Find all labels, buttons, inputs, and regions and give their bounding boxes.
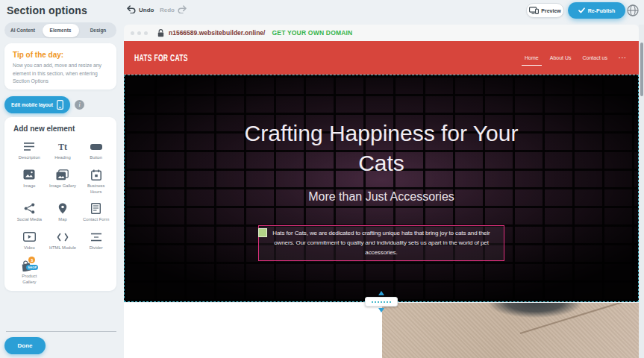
element-label: Video [24,245,35,251]
lock-icon [157,29,164,37]
page-title: Section options [7,4,87,16]
check-icon [578,7,585,14]
element-label: Heading [54,155,71,161]
nav-item-home[interactable]: Home [525,55,539,60]
language-globe-icon[interactable] [627,4,639,16]
undo-button[interactable]: Undo [127,5,154,15]
hero-subheading[interactable]: More than Just Accessories [125,190,638,204]
scrollbar-thumb[interactable] [640,43,643,96]
nav-item-about-us[interactable]: About Us [550,55,572,60]
add-new-element-panel: Add new element Description Tt Heading B… [4,117,116,291]
element-label: Image Gallery [49,183,76,189]
element-label: Description [19,155,40,161]
tip-of-the-day-card: Tip of the day: Now you can add, move an… [4,43,116,90]
shop-badge: SHOP [26,265,38,270]
element-label: HTML Module [49,245,76,251]
preview-button[interactable]: Preview [526,3,564,18]
add-element-image-gallery[interactable]: Image Gallery [47,169,79,195]
add-element-contact-form[interactable]: Contact Form [80,202,112,223]
divider-icon [90,230,102,243]
html-module-icon [57,230,69,243]
devices-icon [529,7,539,15]
map-pin-icon [58,202,67,215]
redo-label: Redo [160,7,175,13]
element-label: Button [90,155,102,161]
add-element-description[interactable]: Description [13,140,46,161]
pavement-crack [520,303,639,333]
element-label: Product Gallery [15,274,43,286]
drag-handle[interactable] [258,228,267,237]
section-resize-handle[interactable] [365,297,398,307]
add-element-button[interactable]: Button [80,140,112,161]
add-element-html-module[interactable]: HTML Module [47,230,79,251]
contact-form-icon [91,202,101,215]
browser-dot [144,31,148,35]
add-element-map[interactable]: Map [47,202,79,223]
element-label: Business Hours [82,183,110,195]
add-element-business-hours[interactable]: Business Hours [80,169,112,195]
edit-mobile-layout-button[interactable]: Edit mobile layout [4,96,70,113]
hero-heading[interactable]: Crafting Happiness for Your Cats [243,119,519,178]
tab-ai-content[interactable]: AI Content [4,22,41,38]
edit-mobile-label: Edit mobile layout [11,102,53,107]
element-label: Map [58,217,66,223]
browser-bar: n1566589.websitebuilder.online/ GET YOUR… [124,25,639,41]
browser-dot [131,31,134,35]
add-element-social-media[interactable]: Social Media [13,202,46,223]
redo-icon [178,5,187,15]
next-section-background [124,303,382,358]
element-label: Divider [90,245,103,251]
website-builder-app: Section options Undo Redo Preview Re-Pub… [0,0,644,358]
description-icon [23,140,35,153]
browser-dot [137,31,141,35]
info-icon[interactable]: i [75,100,84,110]
sidebar-divider [6,331,116,332]
next-section-image [382,303,639,358]
add-element-title: Add new element [13,125,112,133]
hero-section[interactable]: Crafting Happiness for Your Cats More th… [124,75,639,302]
product-gallery-icon: $ SHOP [19,259,39,271]
hero-paragraph: Hats for Cats, we are dedicated to craft… [266,229,497,257]
button-icon [90,140,102,153]
add-element-image[interactable]: Image [13,169,46,195]
nav-item-contact-us[interactable]: Contact us [583,55,607,60]
sidebar-tabs: AI Content Elements Design [4,22,116,38]
business-hours-icon [91,169,101,181]
undo-icon [127,5,136,15]
tab-elements[interactable]: Elements [43,24,79,37]
republish-label: Re-Publish [588,8,616,13]
resize-arrow-up-icon [378,291,384,295]
scrollbar-track[interactable] [639,25,644,358]
selected-text-element[interactable]: Hats for Cats, we are dedicated to craft… [258,225,504,261]
done-button[interactable]: Done [4,337,46,354]
price-badge: $ [28,257,35,263]
tip-body: Now you can add, move and resize any ele… [13,62,109,86]
resize-grip [372,301,391,303]
video-icon [23,230,36,243]
site-nav: Home About Us Contact us ··· [525,41,627,75]
add-element-product-gallery[interactable]: $ SHOP Product Gallery [13,259,46,286]
resize-arrow-down-icon [378,308,384,313]
element-label: Contact Form [83,217,109,223]
add-element-divider[interactable]: Divider [80,230,112,251]
heading-icon: Tt [58,140,67,153]
redo-button[interactable]: Redo [160,5,187,15]
element-label: Social Media [17,217,42,223]
nav-more-icon[interactable]: ··· [619,54,627,61]
site-url: n1566589.websitebuilder.online/ [169,29,265,37]
tab-design[interactable]: Design [80,22,116,38]
add-element-video[interactable]: Video [13,230,46,251]
get-own-domain-link[interactable]: GET YOUR OWN DOMAIN [272,29,352,37]
preview-label: Preview [541,8,560,13]
image-icon [23,169,35,181]
smartphone-icon [57,100,63,110]
element-grid: Description Tt Heading Button Image Imag… [13,140,112,286]
tip-title: Tip of the day: [13,51,109,59]
social-media-icon [24,202,35,215]
republish-button[interactable]: Re-Publish [568,2,625,19]
element-label: Image [23,183,35,189]
add-element-heading[interactable]: Tt Heading [47,140,79,161]
site-logo[interactable]: HATS FOR CATS [134,52,188,63]
undo-label: Undo [139,7,154,13]
image-gallery-icon [56,169,69,181]
